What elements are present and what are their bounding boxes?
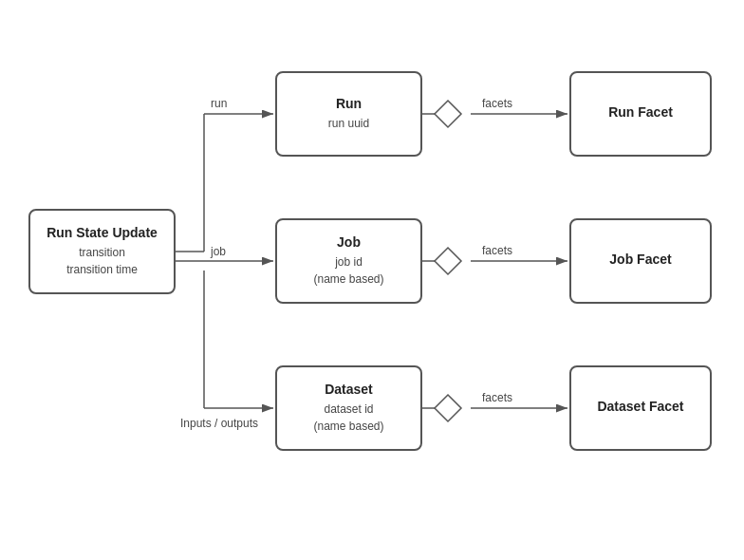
diagram: run job Inputs / outputs facets facets f…: [0, 0, 744, 560]
svg-text:run: run: [211, 97, 227, 110]
dataset-facet-title: Dataset Facet: [597, 399, 683, 414]
run-box: Run run uuid: [275, 71, 422, 157]
run-state-update-box: Run State Update transition transition t…: [28, 209, 176, 294]
svg-text:facets: facets: [482, 391, 512, 404]
job-box: Job job id (name based): [275, 218, 422, 304]
job-content: job id (name based): [313, 253, 383, 288]
dataset-content: dataset id (name based): [313, 401, 383, 435]
job-facet-title: Job Facet: [609, 252, 671, 267]
dataset-title: Dataset: [325, 382, 373, 397]
run-state-update-title: Run State Update: [46, 225, 158, 240]
svg-marker-21: [435, 248, 461, 274]
svg-text:Inputs / outputs: Inputs / outputs: [180, 417, 258, 430]
svg-text:facets: facets: [482, 244, 512, 257]
run-facet-box: Run Facet: [569, 71, 712, 157]
run-title: Run: [336, 96, 362, 111]
run-facet-title: Run Facet: [608, 104, 673, 120]
svg-text:facets: facets: [482, 97, 512, 110]
job-title: Job: [337, 234, 361, 250]
run-state-update-content: transition transition time: [66, 244, 138, 278]
svg-marker-22: [435, 395, 461, 421]
run-content: run uuid: [328, 115, 369, 132]
job-facet-box: Job Facet: [569, 218, 712, 304]
dataset-box: Dataset dataset id (name based): [275, 365, 422, 451]
svg-text:job: job: [210, 245, 226, 258]
svg-marker-20: [435, 101, 461, 127]
dataset-facet-box: Dataset Facet: [569, 365, 712, 451]
